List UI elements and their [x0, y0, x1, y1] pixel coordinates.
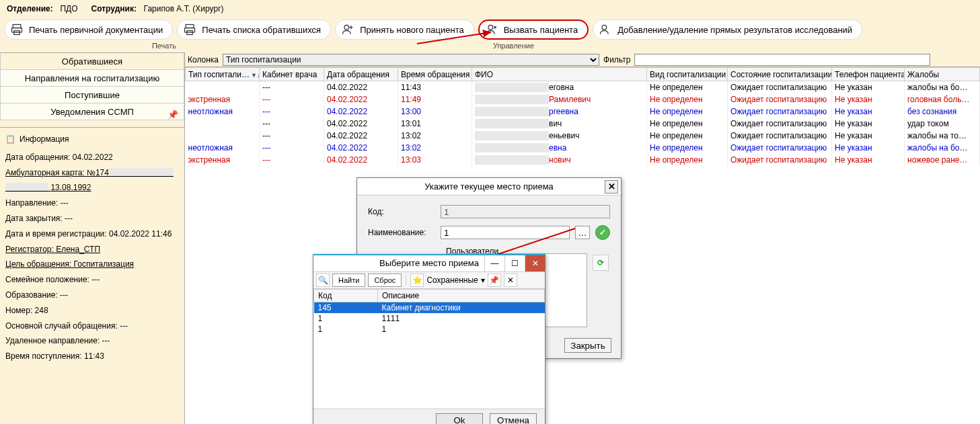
code-label: Код: — [368, 207, 435, 216]
emp-label: Сотрудник: — [91, 4, 137, 13]
svg-rect-0 — [13, 25, 21, 28]
toolbar: Печать первичной документации Печать спи… — [0, 17, 980, 42]
close-window-icon[interactable]: ✕ — [525, 255, 545, 271]
filter-label: Фильтр — [603, 55, 630, 65]
column-label: Колонка — [188, 55, 219, 65]
section-label-mgmt: Управление — [182, 42, 980, 52]
svg-point-6 — [344, 25, 349, 30]
info-purpose: Цель обращения: Госпитализация — [5, 257, 179, 272]
printer-list-icon — [183, 23, 196, 36]
delete-saved-icon[interactable]: ✕ — [504, 273, 517, 287]
info-education: Образование: --- — [5, 288, 179, 303]
select-toolbar: 🔍 Найти Сброс ⭐ Сохраненные ▾ 📌 ✕ — [313, 271, 545, 289]
emp-value: Гарипов А.Т. (Хирург) — [144, 4, 224, 13]
info-visit-date: Дата обращения: 04.02.2022 — [5, 150, 179, 165]
maximize-icon[interactable]: ☐ — [504, 255, 525, 271]
col2-desc[interactable]: Описание — [378, 290, 545, 302]
table-row[interactable]: ---04.02.202211:43 еговнаНе определенОжи… — [186, 81, 980, 93]
table-row[interactable]: экстренная---04.02.202211:49 РамилевичНе… — [186, 93, 980, 105]
col-hosp-state[interactable]: Состояние госпитализации — [728, 68, 832, 81]
left-panel: Обратившиеся Направления на госпитализац… — [0, 52, 185, 424]
svg-rect-4 — [185, 28, 195, 33]
dept-value: ПДО — [60, 4, 77, 13]
saved-icon[interactable]: ⭐ — [410, 273, 424, 287]
close-icon[interactable]: ✕ — [605, 180, 618, 194]
table-row[interactable]: неотложная---04.02.202213:00 ргеевнаНе о… — [186, 105, 980, 118]
col-complaints[interactable]: Жалобы — [905, 68, 980, 81]
add-remove-results-button[interactable]: Добавление/удаление прямых результатов и… — [593, 19, 862, 40]
col-cabinet[interactable]: Кабинет врача — [260, 68, 324, 81]
filter-bar: Колонка Тип госпитализации Фильтр — [185, 52, 980, 67]
svg-point-7 — [488, 25, 493, 30]
table-row[interactable]: ---04.02.202213:02 еньевичНе определенОж… — [186, 130, 980, 142]
lookup-button[interactable]: … — [575, 226, 590, 239]
col-fio[interactable]: ФИО — [472, 68, 647, 81]
list-item[interactable]: 145Кабинет диагностики — [314, 302, 545, 314]
patient-add-icon — [341, 23, 354, 36]
section-label-print: Печать — [0, 42, 182, 52]
pin-icon[interactable]: 📌 — [167, 106, 178, 123]
reset-button[interactable]: Сброс — [368, 273, 402, 287]
select-grid[interactable]: Код Описание 145Кабинет диагностики11111… — [313, 289, 545, 409]
col-date[interactable]: Дата обращения — [324, 68, 398, 81]
cancel-button[interactable]: Отмена — [490, 413, 537, 425]
tab-list: Обратившиеся Направления на госпитализац… — [0, 52, 184, 120]
svg-point-8 — [602, 25, 607, 30]
binoculars-icon[interactable]: 🔍 — [316, 273, 330, 287]
col-hosp-kind[interactable]: Вид госпитализации — [647, 68, 728, 81]
code-input — [441, 205, 610, 218]
print-primary-docs-button[interactable]: Печать первичной документации — [4, 19, 173, 40]
minimize-icon[interactable]: — — [484, 255, 504, 271]
print-list-button[interactable]: Печать списка обратившихся — [177, 19, 331, 40]
table-row[interactable]: экстренная---04.02.202213:03 новичНе опр… — [186, 154, 980, 166]
tab-referrals[interactable]: Направления на госпитализацию — [0, 70, 184, 87]
col2-code[interactable]: Код — [314, 290, 378, 302]
column-select[interactable]: Тип госпитализации — [223, 54, 599, 66]
info-icon: 📋 — [5, 132, 15, 147]
call-patient-button[interactable]: Вызвать пациента — [478, 19, 589, 40]
list-item[interactable]: 11111 — [314, 313, 545, 324]
info-panel: 📋Информация Дата обращения: 04.02.2022 А… — [0, 127, 184, 368]
select-location-modal: Выберите место приема — ☐ ✕ 🔍 Найти Сбро… — [313, 254, 545, 424]
col-time[interactable]: Время обращения — [398, 68, 472, 81]
confirm-icon[interactable]: ✓ — [595, 225, 610, 240]
info-referral: Направление: --- — [5, 196, 179, 211]
header-bar: Отделение: ПДО Сотрудник: Гарипов А.Т. (… — [0, 0, 980, 17]
close-button[interactable]: Закрыть — [564, 338, 611, 353]
pin-saved-icon[interactable]: 📌 — [488, 273, 501, 287]
refresh-icon[interactable]: ⟳ — [593, 255, 609, 271]
accept-patient-button[interactable]: Принять нового пациента — [335, 19, 474, 40]
table-row[interactable]: ---04.02.202213:01 вичНе определенОжидае… — [186, 118, 980, 130]
printer-icon — [10, 23, 24, 36]
info-close-date: Дата закрытия: --- — [5, 211, 179, 226]
dropdown-icon[interactable]: ▾ — [481, 275, 485, 285]
info-marital: Семейное положение: --- — [5, 272, 179, 288]
tab-admitted[interactable]: Поступившие — [0, 87, 184, 103]
col-phone[interactable]: Телефон пациента — [832, 68, 905, 81]
saved-label[interactable]: Сохраненные — [426, 275, 478, 285]
table-row[interactable]: неотложная---04.02.202213:02 евнаНе опре… — [186, 142, 980, 154]
svg-rect-1 — [12, 28, 22, 33]
info-amb-card-2: XXXXXXXX 13.08.1992 — [5, 180, 179, 196]
filter-input[interactable] — [634, 54, 930, 66]
patient-results-icon — [599, 23, 612, 36]
info-registrar: Регистратор: Елена_СТП — [5, 242, 179, 257]
location-modal-title: Укажите текущее место приема ✕ — [357, 178, 621, 196]
tab-notifications[interactable]: Уведомления ССМП📌 — [0, 103, 184, 120]
info-main-case: Основной случай обращения: --- — [5, 319, 179, 334]
info-amb-card: Амбулаторная карта: №174XXXXXXXXXXXX — [5, 165, 179, 181]
name-input[interactable] — [441, 226, 570, 239]
tab-visited[interactable]: Обратившиеся — [0, 53, 184, 70]
col-hosp-type[interactable]: Тип госпитали…▼↓ — [186, 68, 260, 81]
list-item[interactable]: 11 — [314, 324, 545, 335]
info-number: Номер: 248 — [5, 303, 179, 319]
name-label: Наименование: — [368, 228, 435, 237]
info-reg-datetime: Дата и время регистрации: 04.02.2022 11:… — [5, 226, 179, 242]
ok-button[interactable]: Ok — [436, 413, 483, 425]
patient-call-icon — [485, 23, 498, 36]
info-remote-ref: Удаленное направление: --- — [5, 333, 179, 349]
info-arrival-time: Время поступления: 11:43 — [5, 349, 179, 364]
svg-rect-3 — [186, 25, 194, 28]
select-location-title: Выберите место приема — ☐ ✕ — [313, 255, 545, 271]
find-button[interactable]: Найти — [332, 273, 365, 287]
